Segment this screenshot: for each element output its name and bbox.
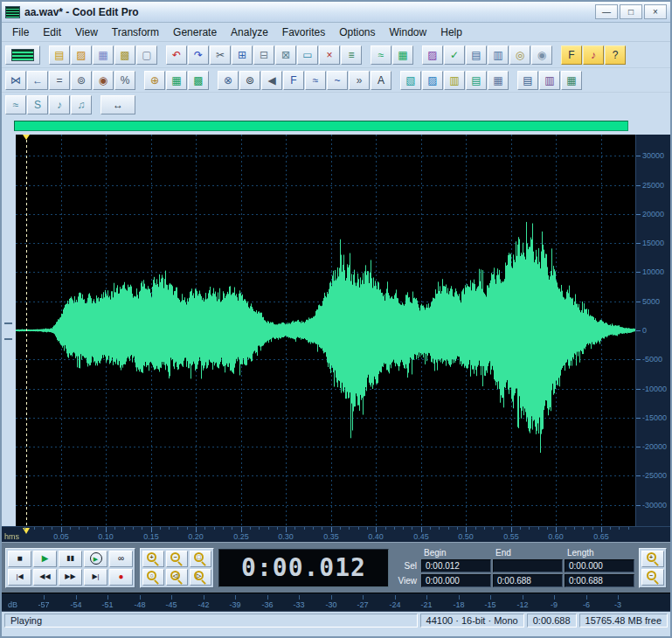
new-file-button[interactable]: ▤ [49,45,70,65]
clip-restoration-button[interactable]: ▥ [444,71,465,90]
fast-forward-button[interactable]: ▶▶ [59,569,82,586]
rewind-button[interactable]: ◀◀ [33,569,57,586]
go-to-end-button[interactable]: ▶| [84,569,107,586]
titlebar[interactable]: aa.wav* - Cool Edit Pro —□× [2,2,670,23]
vertical-zoom-in-button[interactable]: + [641,551,664,567]
delete-selection-button[interactable]: × [319,45,340,65]
time-ruler[interactable]: hms 0.050.100.150.200.250.300.350.400.45… [2,526,670,542]
click-removal-button[interactable]: ▨ [422,71,443,90]
menu-file[interactable]: File [5,24,36,41]
session-grid-button[interactable]: ▩ [188,71,209,90]
group-blocks-button[interactable]: ⊕ [144,71,165,90]
cue-list-window-button[interactable]: ▤ [517,71,538,90]
scrub-tool-button[interactable]: ↔ [100,95,135,114]
save-as-button[interactable]: ▩ [114,45,135,65]
generate-dtmf-button[interactable]: ♫ [71,95,92,114]
zoom-to-selection-button[interactable]: □ [190,551,211,567]
menu-favorites[interactable]: Favorites [275,24,332,41]
fft-filter-button[interactable]: F [283,71,304,90]
waveform-view-button[interactable]: ≈ [371,45,391,65]
mixer-window-button[interactable]: ▦ [561,71,582,90]
copy-button[interactable]: ⊞ [232,45,253,65]
play-list-window-button[interactable]: ▥ [539,71,560,90]
level-meter[interactable]: dB -57-54-51-48-45-42-39-36-33-30-27-24-… [2,593,670,612]
convert-sample-type-button[interactable]: ≡ [341,45,362,65]
amplitude-ruler[interactable]: 300002500020000150001000050000-5000-1000… [635,135,670,526]
help-button[interactable]: ? [605,45,626,65]
generate-silence-button[interactable]: ≈ [5,95,26,114]
play-to-end-button[interactable]: ∞ [109,551,133,567]
generate-tones-button[interactable]: S [27,95,48,114]
selview-cell-sel-length[interactable]: 0:00.000 [565,559,634,572]
overview-bar[interactable] [14,121,628,131]
menu-options[interactable]: Options [332,24,382,41]
zoom-full-button[interactable]: ○ [142,569,164,586]
delay-effect-button[interactable]: ⊚ [239,71,260,90]
waveform-display[interactable] [16,135,635,526]
maximize-button[interactable]: □ [620,4,642,19]
menu-generate[interactable]: Generate [166,24,224,41]
close-button[interactable]: × [644,4,667,19]
find-tool-button[interactable]: ⊚ [71,71,92,90]
center-cursor-button[interactable]: ◉ [93,71,114,90]
go-to-beginning-button[interactable]: |◀ [8,569,31,586]
cut-button[interactable]: ✂ [210,45,231,65]
favorites-tool-button[interactable]: ♪ [583,45,604,65]
minimize-button[interactable]: — [595,4,618,19]
batch-verify-button[interactable]: ✓ [444,45,465,65]
selview-cell-view-begin[interactable]: 0:00.000 [421,574,491,587]
file-properties-button[interactable]: ▢ [136,45,157,65]
reverb-button[interactable]: » [349,71,370,90]
selview-cell-sel-begin[interactable]: 0:00.012 [421,559,491,572]
spectral-view-button[interactable]: ▦ [392,45,413,65]
menu-analyze[interactable]: Analyze [224,24,275,41]
hiss-reduction-button[interactable]: ▤ [466,71,487,90]
waveform-canvas[interactable] [16,135,635,526]
menu-edit[interactable]: Edit [36,24,68,41]
time-display[interactable]: 0:00.012 [218,549,389,587]
zoom-left-edge-button[interactable]: ◁ [166,569,188,586]
open-file-button[interactable]: ▨ [71,45,92,65]
record-button[interactable]: ● [109,569,133,586]
zoom-right-edge-button[interactable]: ▷ [190,569,211,586]
pause-button[interactable]: ▮▮ [59,551,82,567]
spectral-repair-button[interactable]: ▦ [488,71,509,90]
scale-percent-button[interactable]: % [114,71,135,90]
scripts-batch-button[interactable]: ▨ [422,45,443,65]
stop-button[interactable]: ■ [8,551,31,567]
selview-cell-view-end[interactable]: 0:00.688 [493,574,563,587]
amplify-button[interactable]: ≈ [305,71,326,90]
normalize-button[interactable]: A [371,71,391,90]
menu-view[interactable]: View [68,24,105,41]
undo-button[interactable]: ↶ [166,45,187,65]
menu-help[interactable]: Help [433,24,469,41]
mix-paste-button[interactable]: ⊠ [275,45,296,65]
waveform-multitrack-toggle-button[interactable] [5,45,40,65]
clipboard-viewer-button[interactable]: ◉ [531,45,552,65]
zoom-in-button[interactable]: + [142,551,164,567]
save-file-button[interactable]: ▦ [93,45,114,65]
menu-transform[interactable]: Transform [105,24,166,41]
snap-grid-button[interactable]: ▦ [166,71,187,90]
zoom-out-button[interactable]: − [166,551,188,567]
vertical-zoom-out-button[interactable]: − [641,569,664,586]
cue-list-button[interactable]: ▤ [466,45,487,65]
cd-player-button[interactable]: ◎ [509,45,530,65]
trim-button[interactable]: ▭ [297,45,318,65]
nudge-left-button[interactable]: ← [27,71,48,90]
pan-expand-button[interactable]: ◀ [261,71,282,90]
level-match-button[interactable]: = [49,71,70,90]
selview-cell-sel-end[interactable] [493,559,563,572]
play-looped-button[interactable]: ▶ [84,551,107,567]
menu-window[interactable]: Window [383,24,434,41]
frequency-analysis-button[interactable]: ⊗ [218,71,239,90]
marker-tool-button[interactable]: ⋈ [5,71,26,90]
envelope-button[interactable]: ~ [327,71,348,90]
play-list-button[interactable]: ▥ [488,45,509,65]
paste-button[interactable]: ⊟ [253,45,274,65]
cursor-top-marker[interactable] [23,135,30,140]
play-button[interactable]: ▶ [33,551,57,567]
noise-reduction-button[interactable]: ▧ [400,71,421,90]
redo-button[interactable]: ↷ [188,45,209,65]
selview-cell-view-length[interactable]: 0:00.688 [565,574,634,587]
